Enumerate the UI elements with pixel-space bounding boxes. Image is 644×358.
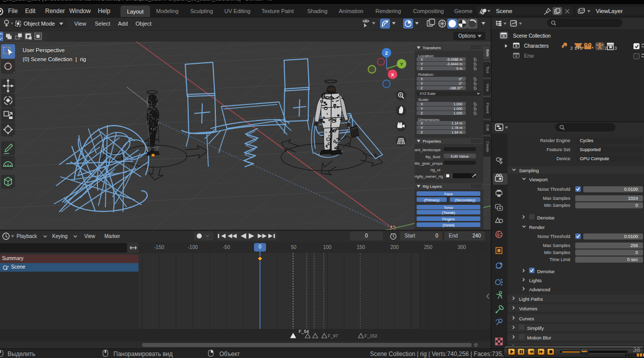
svg-text:276: 276	[575, 46, 582, 51]
svg-text:Y: Y	[400, 62, 403, 67]
svg-text:Z: Z	[385, 51, 388, 56]
svg-text:2: 2	[570, 46, 573, 51]
svg-text:X: X	[391, 72, 394, 77]
svg-text:2: 2	[604, 46, 607, 51]
svg-text:3: 3	[614, 46, 617, 51]
